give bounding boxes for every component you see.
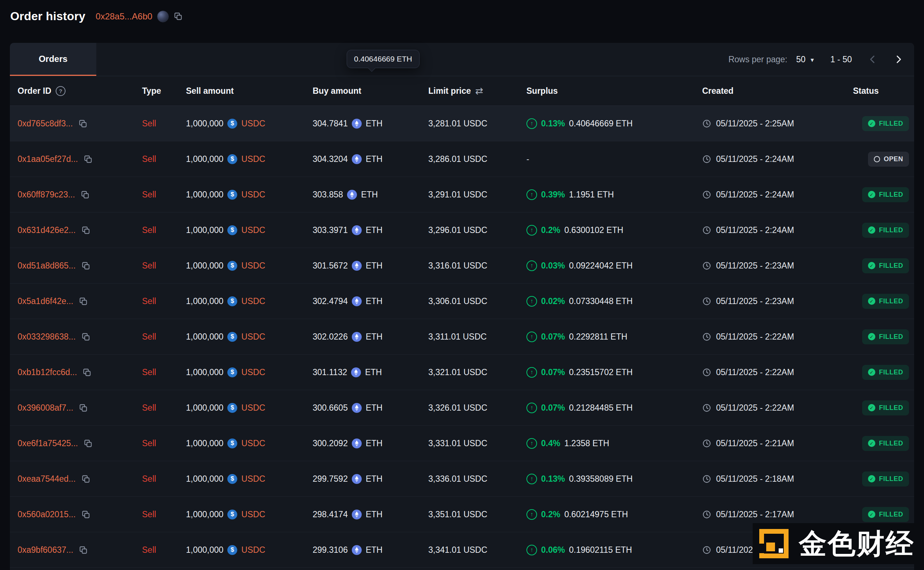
sell-token-symbol[interactable]: USDC <box>241 225 265 235</box>
sell-token-symbol[interactable]: USDC <box>241 368 265 377</box>
eth-token-icon <box>352 225 362 235</box>
order-id-link[interactable]: 0x5a1d6f42e... <box>18 296 73 306</box>
created-time: 05/11/2025 - 2:22AM <box>716 368 794 377</box>
sell-token-symbol[interactable]: USDC <box>241 190 265 200</box>
table-row[interactable]: 0x16ab1428e8... Sell 1,000,000 USDC 298.… <box>10 568 914 570</box>
surplus-value: 0.13% 0.40646669 ETH <box>527 118 632 129</box>
sell-token-symbol[interactable]: USDC <box>241 510 265 519</box>
buy-token-symbol: ETH <box>366 154 383 164</box>
order-id-link[interactable]: 0xd51a8d865... <box>18 261 76 271</box>
table-row[interactable]: 0x1aa05ef27d... Sell 1,000,000 USDC 304.… <box>10 141 914 177</box>
status-badge: FILLED <box>862 365 909 380</box>
status-label: FILLED <box>879 262 903 270</box>
order-type: Sell <box>142 225 186 235</box>
order-id-link[interactable]: 0xd765c8df3... <box>18 119 73 129</box>
surplus-amount: 0.21284485 ETH <box>569 403 632 413</box>
table-row[interactable]: 0x5a1d6f42e... Sell 1,000,000 USDC 302.4… <box>10 283 914 319</box>
status-badge: FILLED <box>862 472 909 486</box>
account-address-group: 0x28a5...A6b0 <box>96 11 183 22</box>
usdc-token-icon <box>228 368 237 377</box>
sell-token-symbol[interactable]: USDC <box>241 403 265 413</box>
rows-per-page-select[interactable]: 50 ▼ <box>796 55 815 64</box>
status-icon <box>868 191 875 198</box>
table-row[interactable]: 0xe6f1a75425... Sell 1,000,000 USDC 300.… <box>10 426 914 461</box>
invert-price-icon[interactable]: ⇄ <box>475 85 483 97</box>
prev-page-button[interactable] <box>867 54 878 65</box>
surplus-percent: 0.06% <box>541 545 565 555</box>
copy-icon[interactable] <box>81 332 90 342</box>
status-badge: FILLED <box>862 400 909 415</box>
clock-icon <box>702 226 711 235</box>
sell-token-symbol[interactable]: USDC <box>241 261 265 271</box>
table-row[interactable]: 0x60ff879c23... Sell 1,000,000 USDC 303.… <box>10 177 914 213</box>
copy-icon[interactable] <box>81 261 90 270</box>
table-row[interactable]: 0xeaa7544ed... Sell 1,000,000 USDC 299.7… <box>10 461 914 497</box>
surplus-amount: 0.19602115 ETH <box>569 545 632 555</box>
status-badge: FILLED <box>862 436 909 451</box>
copy-icon[interactable] <box>79 297 88 306</box>
order-id-link[interactable]: 0xe6f1a75425... <box>18 438 78 448</box>
eth-token-icon <box>352 296 362 306</box>
limit-price: 3,281.01 USDC <box>428 119 527 129</box>
copy-icon[interactable] <box>84 439 93 448</box>
table-row[interactable]: 0x631d426e2... Sell 1,000,000 USDC 303.3… <box>10 213 914 248</box>
order-id-link[interactable]: 0x560a02015... <box>18 510 76 519</box>
order-type: Sell <box>142 474 186 484</box>
buy-token-symbol: ETH <box>366 332 383 342</box>
copy-icon[interactable] <box>82 368 92 377</box>
limit-price: 3,286.01 USDC <box>428 154 527 164</box>
buy-amount-value: 302.4794 <box>313 296 348 306</box>
status-label: FILLED <box>879 227 903 234</box>
clock-icon <box>702 119 711 128</box>
sell-token-symbol[interactable]: USDC <box>241 119 265 129</box>
jinse-logo-icon <box>756 526 791 561</box>
chevron-down-icon: ▼ <box>809 57 815 63</box>
table-row[interactable]: 0xb1b12fcc6d... Sell 1,000,000 USDC 301.… <box>10 355 914 390</box>
order-id-link[interactable]: 0xeaa7544ed... <box>18 474 76 484</box>
pagination: Rows per page: 50 ▼ 1 - 50 <box>729 43 914 76</box>
tab-orders[interactable]: Orders <box>10 43 96 76</box>
status-icon <box>868 511 875 518</box>
sell-token-symbol[interactable]: USDC <box>241 474 265 484</box>
copy-icon[interactable] <box>84 155 93 164</box>
copy-icon[interactable] <box>81 510 90 519</box>
copy-icon[interactable] <box>78 119 87 128</box>
copy-icon[interactable] <box>81 190 90 199</box>
copy-icon[interactable] <box>81 226 90 235</box>
order-id-link[interactable]: 0xa9bf60637... <box>18 545 73 555</box>
order-id-link[interactable]: 0x033298638... <box>18 332 76 342</box>
column-header-order-id: Order ID ? <box>18 86 142 96</box>
order-type: Sell <box>142 368 186 377</box>
order-id-link[interactable]: 0x1aa05ef27d... <box>18 154 78 164</box>
surplus-value: 0.39% 1.1951 ETH <box>527 189 614 200</box>
order-id-link[interactable]: 0x631d426e2... <box>18 225 76 235</box>
sell-token-symbol[interactable]: USDC <box>241 545 265 555</box>
table-row[interactable]: 0x396008af7... Sell 1,000,000 USDC 300.6… <box>10 390 914 426</box>
column-header-sell-amount: Sell amount <box>186 86 313 96</box>
eth-token-icon <box>347 190 357 200</box>
sell-token-symbol[interactable]: USDC <box>241 438 265 448</box>
order-type: Sell <box>142 403 186 413</box>
sell-token-symbol[interactable]: USDC <box>241 154 265 164</box>
next-page-button[interactable] <box>893 54 904 65</box>
sell-token-symbol[interactable]: USDC <box>241 332 265 342</box>
sell-token-symbol[interactable]: USDC <box>241 296 265 306</box>
table-row[interactable]: 0x033298638... Sell 1,000,000 USDC 302.0… <box>10 319 914 355</box>
order-id-link[interactable]: 0x396008af7... <box>18 403 73 413</box>
order-id-link[interactable]: 0x60ff879c23... <box>18 190 75 200</box>
account-address-link[interactable]: 0x28a5...A6b0 <box>96 11 152 21</box>
table-row[interactable]: 0xd765c8df3... Sell 1,000,000 USDC 304.7… <box>10 106 914 141</box>
copy-icon[interactable] <box>81 474 90 484</box>
table-row[interactable]: 0xd51a8d865... Sell 1,000,000 USDC 301.5… <box>10 248 914 283</box>
copy-address-icon[interactable] <box>174 12 183 21</box>
usdc-token-icon <box>228 510 237 519</box>
surplus-amount: 0.07330448 ETH <box>569 296 632 306</box>
help-icon[interactable]: ? <box>56 86 66 96</box>
order-id-link[interactable]: 0xb1b12fcc6d... <box>18 368 77 377</box>
status-label: FILLED <box>879 297 903 305</box>
surplus-up-icon <box>527 403 537 413</box>
copy-icon[interactable] <box>79 403 88 412</box>
copy-icon[interactable] <box>79 545 88 555</box>
order-type: Sell <box>142 261 186 271</box>
surplus-value: 0.03% 0.09224042 ETH <box>527 260 632 271</box>
